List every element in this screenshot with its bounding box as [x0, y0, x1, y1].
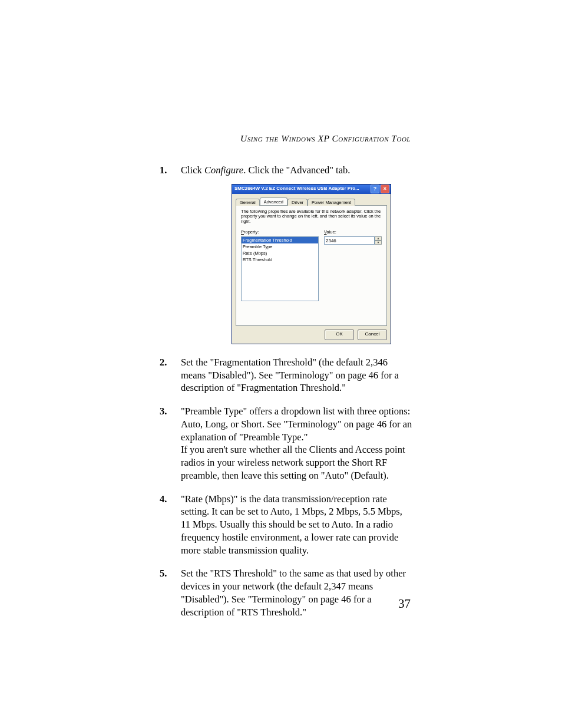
ok-button[interactable]: OK — [325, 330, 354, 340]
tab-general[interactable]: General — [236, 199, 260, 206]
spin-up-icon[interactable]: ▲ — [375, 236, 382, 241]
step-number: 4. — [160, 493, 167, 506]
step-text: Set the "RTS Threshold" to the same as t… — [181, 568, 406, 617]
tabstrip: General Advanced Driver Power Management — [236, 196, 387, 206]
value-input[interactable]: 2346 — [324, 236, 375, 245]
step-text: Click Configure. Click the "Advanced" ta… — [181, 164, 350, 176]
step-text: "Rate (Mbps)" is the data transmission/r… — [181, 493, 402, 556]
step-text: "Preamble Type" offers a dropdown list w… — [181, 406, 412, 481]
tab-power-management[interactable]: Power Management — [308, 199, 355, 206]
tab-panel-advanced: The following properties are available f… — [236, 206, 387, 326]
properties-dialog: SMC2664W V.2 EZ Connect Wireless USB Ada… — [232, 184, 391, 344]
value-spinner[interactable]: ▲ ▼ — [375, 236, 382, 245]
list-item[interactable]: RTS Threshold — [242, 256, 318, 263]
list-item[interactable]: Rate (Mbps) — [242, 250, 318, 256]
step-3: 3. "Preamble Type" offers a dropdown lis… — [160, 405, 413, 482]
step-text: Set the "Fragmentation Threshold" (the d… — [181, 357, 399, 394]
close-icon[interactable]: × — [381, 185, 389, 193]
step-1: 1. Click Configure. Click the "Advanced"… — [160, 164, 413, 344]
step-4: 4. "Rate (Mbps)" is the data transmissio… — [160, 493, 413, 557]
tab-advanced[interactable]: Advanced — [260, 197, 287, 205]
help-icon[interactable]: ? — [371, 185, 379, 193]
dialog-description: The following properties are available f… — [241, 209, 382, 225]
cancel-button[interactable]: Cancel — [358, 330, 387, 340]
step-number: 5. — [160, 567, 167, 580]
running-head: Using the Windows XP Configuration Tool — [240, 133, 411, 144]
step-number: 3. — [160, 405, 167, 418]
window-title: SMC2664W V.2 EZ Connect Wireless USB Ada… — [234, 186, 359, 192]
list-item[interactable]: Fragmentation Threshold — [242, 237, 318, 243]
main-content: 1. Click Configure. Click the "Advanced"… — [160, 164, 413, 630]
property-label: Property: — [241, 229, 319, 235]
step-number: 2. — [160, 356, 167, 369]
page-number: 37 — [398, 597, 411, 611]
titlebar: SMC2664W V.2 EZ Connect Wireless USB Ada… — [232, 185, 391, 194]
step-2: 2. Set the "Fragmentation Threshold" (th… — [160, 356, 413, 394]
step-5: 5. Set the "RTS Threshold" to the same a… — [160, 567, 413, 618]
value-label: Value: — [324, 229, 382, 235]
spin-down-icon[interactable]: ▼ — [375, 241, 382, 245]
step-number: 1. — [160, 164, 167, 177]
property-listbox[interactable]: Fragmentation Threshold Preamble Type Ra… — [241, 236, 319, 301]
tab-driver[interactable]: Driver — [287, 199, 308, 206]
list-item[interactable]: Preamble Type — [242, 243, 318, 250]
